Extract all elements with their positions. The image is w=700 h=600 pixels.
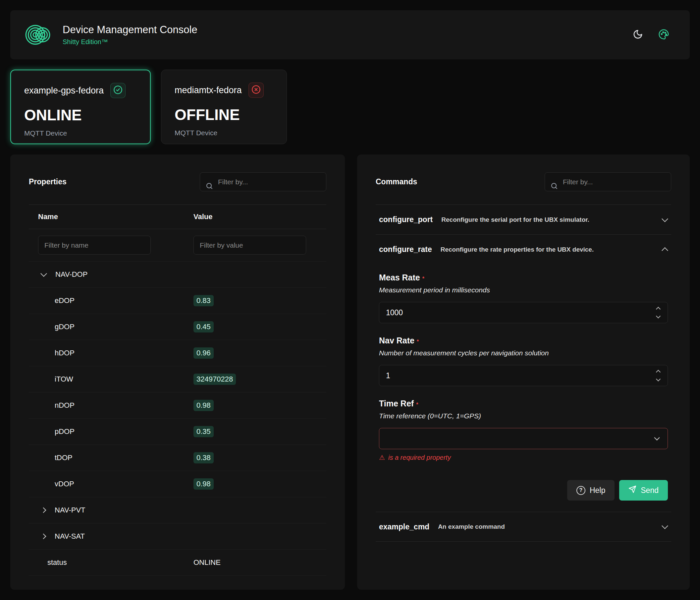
property-value: ONLINE xyxy=(194,558,221,567)
property-value: 0.45 xyxy=(194,321,214,333)
property-name: gDOP xyxy=(29,322,194,331)
command-description: An example command xyxy=(438,523,505,530)
table-row: nDOP 0.98 xyxy=(29,392,326,419)
property-name: eDOP xyxy=(29,296,194,305)
command-example-cmd[interactable]: example_cmd An example command xyxy=(376,512,671,542)
field-label: Meas Rate xyxy=(379,273,420,282)
command-name: configure_rate xyxy=(379,245,432,254)
command-description: Reconfigure the serial port for the UBX … xyxy=(441,216,589,223)
stepper-up-icon[interactable] xyxy=(656,307,660,311)
table-row: hDOP 0.96 xyxy=(29,340,326,366)
properties-filter xyxy=(200,172,326,191)
properties-panel: Properties Name Value xyxy=(10,154,345,590)
stepper-down-icon[interactable] xyxy=(656,377,660,381)
time-ref-select[interactable] xyxy=(379,428,668,449)
device-type: MQTT Device xyxy=(175,129,274,137)
stepper-up-icon[interactable] xyxy=(656,369,660,374)
required-asterisk: * xyxy=(416,402,418,407)
question-circle-icon: ? xyxy=(576,486,585,495)
field-description: Measurement period in milliseconds xyxy=(379,286,668,294)
required-asterisk: * xyxy=(417,339,419,344)
property-value: 0.35 xyxy=(194,426,214,437)
validation-error: ⚠ is a required property xyxy=(379,454,668,461)
group-label: NAV-PVT xyxy=(55,506,85,514)
chevron-right-icon xyxy=(41,534,46,539)
device-status: ONLINE xyxy=(24,106,138,124)
form-actions: ? Help Send xyxy=(379,480,668,501)
field-label: Time Ref xyxy=(379,399,414,408)
send-button[interactable]: Send xyxy=(619,480,668,501)
command-description: Reconfigure the rate properties for the … xyxy=(441,246,594,253)
property-name: hDOP xyxy=(29,349,194,357)
chevron-down-icon xyxy=(661,215,668,222)
group-label: NAV-SAT xyxy=(55,532,85,541)
field-label: Nav Rate xyxy=(379,336,415,345)
field-time-ref: Time Ref* Time reference (0=UTC, 1=GPS) … xyxy=(379,399,668,461)
field-description: Time reference (0=UTC, 1=GPS) xyxy=(379,412,668,420)
command-configure-rate-form: Meas Rate* Measurement period in millise… xyxy=(376,264,671,512)
properties-filter-input[interactable] xyxy=(200,173,326,191)
value-filter-input[interactable] xyxy=(194,236,306,255)
palette-icon xyxy=(658,29,669,41)
commands-panel: Commands configure_port Reconfigure the … xyxy=(357,154,690,590)
field-description: Number of measurement cycles per navigat… xyxy=(379,349,668,357)
app-header: Device Management Console Shitty Edition… xyxy=(10,10,690,59)
property-value: 0.38 xyxy=(194,452,214,463)
property-value: 0.98 xyxy=(194,400,214,411)
property-name: tDOP xyxy=(29,454,194,462)
chevron-down-icon xyxy=(654,435,660,440)
column-header-name: Name xyxy=(29,213,194,221)
property-name: iTOW xyxy=(29,375,194,384)
properties-column-filters xyxy=(29,229,326,262)
property-value: 324970228 xyxy=(194,374,236,385)
properties-table-header: Name Value xyxy=(29,205,326,229)
send-button-label: Send xyxy=(641,486,658,495)
moon-icon xyxy=(633,29,643,41)
property-value: 0.96 xyxy=(194,347,214,359)
send-plane-icon xyxy=(628,485,636,495)
property-name: pDOP xyxy=(29,427,194,436)
theme-toggle-button[interactable] xyxy=(633,29,643,41)
chevron-up-icon xyxy=(661,247,668,254)
status-badge xyxy=(248,82,264,98)
table-row: status ONLINE xyxy=(29,550,326,576)
chevron-right-icon xyxy=(41,507,46,513)
table-row: iTOW 324970228 xyxy=(29,366,326,392)
device-card-list: example-gps-fedora ONLINE MQTT Device me… xyxy=(10,70,690,144)
required-asterisk: * xyxy=(422,276,424,282)
table-row: pDOP 0.35 xyxy=(29,419,326,445)
page-subtitle: Shitty Edition™ xyxy=(62,38,197,46)
property-group-nav-pvt[interactable]: NAV-PVT xyxy=(29,497,326,523)
help-button[interactable]: ? Help xyxy=(567,480,615,501)
page: Device Management Console Shitty Edition… xyxy=(0,0,700,600)
command-configure-port[interactable]: configure_port Reconfigure the serial po… xyxy=(376,205,671,234)
command-name: example_cmd xyxy=(379,523,429,531)
command-configure-rate[interactable]: configure_rate Reconfigure the rate prop… xyxy=(376,234,671,264)
property-name: status xyxy=(29,558,194,567)
device-name: example-gps-fedora xyxy=(24,86,104,96)
name-filter-input[interactable] xyxy=(38,236,151,255)
number-stepper xyxy=(657,308,660,318)
theme-palette-button[interactable] xyxy=(658,29,669,41)
page-title: Device Management Console xyxy=(62,24,197,36)
device-card-example-gps-fedora[interactable]: example-gps-fedora ONLINE MQTT Device xyxy=(10,70,151,144)
nav-rate-input[interactable] xyxy=(379,365,668,386)
field-nav-rate: Nav Rate* Number of measurement cycles p… xyxy=(379,336,668,386)
properties-title: Properties xyxy=(29,177,67,186)
command-name: configure_port xyxy=(379,215,433,224)
commands-title: Commands xyxy=(376,177,417,186)
device-type: MQTT Device xyxy=(24,129,138,137)
property-value: 0.98 xyxy=(194,478,214,489)
app-logo-icon xyxy=(25,21,53,49)
meas-rate-input[interactable] xyxy=(379,302,668,323)
help-button-label: Help xyxy=(590,486,605,495)
property-value: 0.83 xyxy=(194,295,214,306)
property-group-nav-dop[interactable]: NAV-DOP xyxy=(29,262,326,288)
stepper-down-icon[interactable] xyxy=(656,314,660,318)
property-name: vDOP xyxy=(29,480,194,488)
group-label: NAV-DOP xyxy=(55,270,88,279)
device-card-mediamtx-fedora[interactable]: mediamtx-fedora OFFLINE MQTT Device xyxy=(161,70,287,144)
commands-filter-input[interactable] xyxy=(545,173,671,191)
commands-list: configure_port Reconfigure the serial po… xyxy=(376,205,671,542)
property-group-nav-sat[interactable]: NAV-SAT xyxy=(29,523,326,550)
